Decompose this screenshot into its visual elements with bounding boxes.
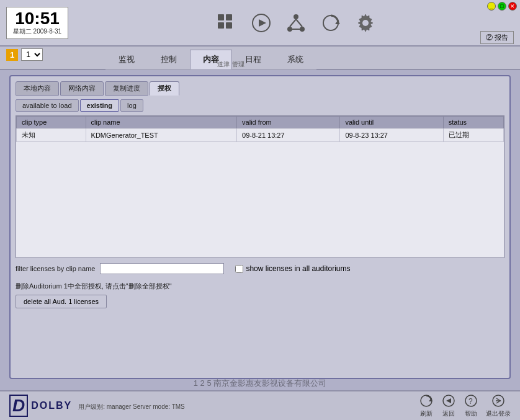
svg-rect-2 (218, 22, 224, 29)
dolby-wordmark: DOLBY (31, 400, 72, 411)
svg-point-15 (362, 20, 369, 26)
filter-input[interactable] (100, 263, 224, 274)
svg-rect-3 (226, 22, 232, 29)
back-bottom-btn[interactable]: 返回 (441, 393, 456, 418)
col-clip-name: clip name (86, 117, 237, 128)
nav-sub-label-0: 道津 (217, 60, 230, 69)
nav-sub-label-1: 管理 (232, 60, 244, 69)
delete-all-button[interactable]: delete all Aud. 1 licenses (16, 295, 107, 308)
refresh-bottom-btn[interactable]: 刷新 (419, 393, 434, 418)
cell-clip-type: 未知 (17, 128, 86, 142)
col-clip-type: clip type (17, 117, 86, 128)
svg-text:?: ? (468, 397, 473, 406)
licenses-table: clip type clip name valid from valid unt… (16, 116, 504, 142)
inner-tab-auth[interactable]: 授权 (150, 81, 179, 96)
sub-tab-existing[interactable]: existing (80, 99, 120, 112)
svg-marker-19 (446, 398, 451, 403)
settings-btn[interactable] (354, 12, 377, 34)
clock-time: 10:51 (12, 10, 63, 27)
auditorium-select[interactable]: 1 2 3 (21, 48, 43, 61)
cell-clip-name: KDMGenerator_TEST (86, 128, 237, 142)
dolby-logo: D DOLBY (9, 395, 72, 417)
svg-marker-13 (335, 20, 340, 24)
filter-checkbox-area: show licenses in all auditoriums (235, 264, 350, 273)
auditorium-selector: 1 1 2 3 (6, 48, 43, 61)
refresh-bottom-label: 刷新 (420, 409, 433, 418)
svg-point-6 (294, 14, 298, 19)
col-valid-until: valid until (340, 117, 443, 128)
back-icon (441, 393, 456, 408)
svg-line-10 (296, 19, 302, 27)
inner-tab-copy[interactable]: 复制进度 (105, 81, 148, 96)
nav-sub-labels: 道津 管理 (217, 60, 244, 69)
nav-tab-system[interactable]: 系统 (274, 50, 316, 69)
nav-tab-control[interactable]: 控制 (148, 50, 190, 69)
show-all-label: show licenses in all auditoriums (246, 264, 350, 273)
logout-icon (491, 393, 506, 408)
inner-tab-local[interactable]: 本地内容 (16, 81, 59, 96)
main-content: 本地内容 网络内容 复制进度 授权 available to load exis… (9, 75, 511, 379)
clock-box: 10:51 星期二 2009-8-31 (6, 7, 68, 39)
refresh-bottom-icon (419, 393, 434, 408)
refresh-icon (320, 12, 342, 34)
sub-tabs: available to load existing log (16, 99, 504, 112)
network-btn[interactable] (285, 12, 307, 34)
col-status: status (443, 117, 503, 128)
svg-rect-0 (218, 14, 224, 20)
user-info: 用户级别: manager Server mode: TMS (78, 403, 185, 411)
grid-icon (215, 12, 238, 34)
help-bottom-icon: ? (464, 393, 478, 408)
nav-tab-monitor[interactable]: 监视 (105, 50, 148, 69)
help-bottom-btn[interactable]: ? 帮助 (464, 393, 478, 418)
cell-valid-until: 09-8-23 13:27 (340, 128, 443, 142)
top-bar: 10:51 星期二 2009-8-31 (0, 0, 520, 47)
help-bottom-label: 帮助 (465, 409, 477, 418)
bottom-bar: D DOLBY 用户级别: manager Server mode: TMS 刷… (0, 390, 520, 420)
minimize-button[interactable]: _ (487, 2, 496, 11)
window-controls: _ □ ✕ (487, 2, 517, 11)
cell-status: 已过期 (443, 128, 503, 142)
clock-date: 星期二 2009-8-31 (12, 27, 63, 36)
play-stop-btn[interactable] (250, 12, 272, 34)
sub-tab-log[interactable]: log (120, 99, 143, 112)
maximize-button[interactable]: □ (498, 2, 506, 11)
cell-valid-from: 09-8-21 13:27 (237, 128, 340, 142)
logout-bottom-label: 退出登录 (486, 409, 511, 418)
auditorium-number: 1 (6, 49, 18, 61)
delete-message: 删除Auditorium 1中全部授权, 请点击"删除全部授权" (16, 282, 504, 291)
network-icon (285, 12, 307, 34)
toolbar-icons (78, 12, 514, 34)
sub-tab-available[interactable]: available to load (16, 99, 79, 112)
col-valid-from: valid from (237, 117, 340, 128)
nav-bar: 监视 控制 内容 日程 系统 道津 管理 (0, 47, 520, 70)
table-row[interactable]: 未知 KDMGenerator_TEST 09-8-21 13:27 09-8-… (17, 128, 504, 142)
svg-line-9 (290, 19, 296, 27)
settings-icon (354, 12, 377, 34)
logout-bottom-btn[interactable]: 退出登录 (486, 393, 511, 418)
table-container: clip type clip name valid from valid unt… (16, 115, 504, 258)
play-stop-icon (250, 12, 272, 34)
filter-label: filter licenses by clip name (16, 265, 95, 272)
dolby-d-icon: D (9, 395, 28, 417)
help-button[interactable]: ② 报告 (480, 31, 514, 44)
filter-area: filter licenses by clip name show licens… (16, 263, 504, 274)
close-button[interactable]: ✕ (508, 2, 517, 11)
show-all-checkbox[interactable] (235, 265, 243, 273)
table-header-row: clip type clip name valid from valid unt… (17, 117, 504, 128)
inner-tab-network[interactable]: 网络内容 (60, 81, 104, 96)
bottom-actions: 刷新 返回 ? 帮助 退出登录 (419, 393, 511, 418)
refresh-btn[interactable] (320, 12, 342, 34)
back-bottom-label: 返回 (442, 409, 455, 418)
grid-icon-btn[interactable] (215, 12, 238, 34)
inner-tabs: 本地内容 网络内容 复制进度 授权 (16, 81, 504, 96)
watermark: 1 2 5 南京金影惠友影视设备有限公司 (194, 378, 327, 389)
svg-rect-1 (226, 14, 232, 20)
